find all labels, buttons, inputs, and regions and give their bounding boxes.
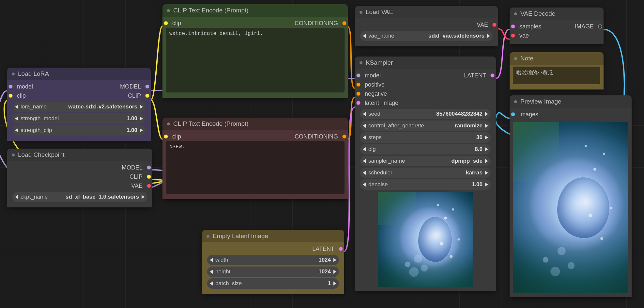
node-note[interactable]: Note (510, 52, 604, 89)
chevron-left-icon[interactable] (363, 124, 366, 128)
node-load-vae[interactable]: Load VAE VAE vae_namesdxl_vae.safetensor… (355, 6, 498, 46)
widget-ckpt-name[interactable]: ckpt_name sd_xl_base_1.0.safetensors (12, 192, 147, 202)
input-clip[interactable]: clip (10, 91, 79, 100)
note-input[interactable] (513, 67, 600, 84)
chevron-left-icon[interactable] (15, 117, 18, 121)
chevron-right-icon[interactable] (140, 117, 143, 121)
collapse-dot-icon[interactable] (514, 57, 517, 60)
widget-sampler-name[interactable]: sampler_namedpmpp_sde (360, 156, 491, 166)
widget-strength-clip[interactable]: strength_clip 1.00 (12, 125, 146, 136)
input-positive[interactable]: positive (358, 80, 425, 89)
chevron-left-icon[interactable] (363, 34, 366, 38)
input-images[interactable]: images (513, 110, 628, 119)
output-image[interactable]: IMAGE (557, 22, 600, 31)
node-title[interactable]: Load Checkpoint (7, 149, 152, 161)
chevron-right-icon[interactable] (485, 124, 488, 128)
node-title[interactable]: Empty Latent Image (202, 230, 344, 242)
collapse-dot-icon[interactable] (207, 235, 209, 238)
node-title[interactable]: VAE Decode (510, 8, 604, 20)
widget-scheduler[interactable]: schedulerkarras (360, 168, 491, 178)
chevron-left-icon[interactable] (363, 171, 366, 175)
chevron-left-icon[interactable] (363, 136, 366, 139)
widget-batch-size[interactable]: batch_size1 (207, 278, 339, 289)
collapse-dot-icon[interactable] (514, 12, 517, 15)
chevron-right-icon[interactable] (333, 282, 336, 285)
chevron-left-icon[interactable] (210, 258, 213, 262)
input-latent-image[interactable]: latent_image (358, 98, 425, 107)
node-load-checkpoint[interactable]: Load Checkpoint MODEL CLIP VAE ckpt_name… (7, 149, 152, 207)
node-empty-latent-image[interactable]: Empty Latent Image LATENT width1024 heig… (202, 230, 344, 294)
widget-seed[interactable]: seed857600448282842 (360, 109, 491, 119)
node-title[interactable]: Note (510, 52, 604, 65)
input-clip[interactable]: clip (166, 132, 255, 141)
collapse-dot-icon[interactable] (12, 154, 15, 156)
input-clip[interactable]: clip (166, 19, 255, 28)
widget-control-after-generate[interactable]: control_after_generaterandomize (360, 121, 491, 131)
input-model[interactable]: model (10, 82, 79, 91)
chevron-right-icon[interactable] (140, 105, 143, 109)
widget-width[interactable]: width1024 (207, 255, 339, 265)
chevron-right-icon[interactable] (485, 159, 488, 163)
input-samples[interactable]: samples (513, 22, 557, 31)
output-conditioning[interactable]: CONDITIONING (255, 19, 345, 28)
chevron-left-icon[interactable] (15, 105, 18, 109)
chevron-right-icon[interactable] (485, 112, 488, 116)
node-clip-text-encode-negative[interactable]: CLIP Text Encode (Prompt) clip CONDITION… (162, 118, 348, 199)
node-title[interactable]: Preview Image (510, 95, 632, 108)
chevron-right-icon[interactable] (333, 258, 336, 262)
output-clip[interactable]: CLIP (79, 91, 147, 100)
chevron-right-icon[interactable] (485, 147, 488, 151)
widget-steps[interactable]: steps30 (360, 132, 491, 143)
node-preview-image[interactable]: Preview Image images (510, 95, 632, 297)
collapse-dot-icon[interactable] (167, 122, 170, 125)
node-title[interactable]: Load LoRA (7, 68, 151, 80)
collapse-dot-icon[interactable] (12, 73, 15, 75)
widget-strength-model[interactable]: strength_model 1.00 (12, 113, 146, 124)
output-conditioning[interactable]: CONDITIONING (255, 132, 345, 141)
chevron-left-icon[interactable] (210, 270, 213, 274)
chevron-left-icon[interactable] (363, 147, 366, 151)
prompt-input[interactable] (166, 141, 345, 194)
output-vae[interactable]: VAE (10, 181, 149, 190)
chevron-right-icon[interactable] (485, 183, 488, 186)
node-clip-text-encode-positive[interactable]: CLIP Text Encode (Prompt) clip CONDITION… (162, 4, 348, 98)
input-model[interactable]: model (358, 71, 425, 80)
chevron-right-icon[interactable] (485, 171, 488, 175)
chevron-left-icon[interactable] (15, 128, 18, 132)
output-latent[interactable]: LATENT (205, 244, 341, 253)
widget-cfg[interactable]: cfg8.0 (360, 144, 491, 154)
node-vae-decode[interactable]: VAE Decode samples vae IMAGE (510, 8, 604, 44)
chevron-right-icon[interactable] (140, 128, 143, 132)
node-title[interactable]: CLIP Text Encode (Prompt) (162, 118, 348, 130)
chevron-right-icon[interactable] (487, 34, 490, 38)
node-ksampler[interactable]: KSampler model positive negative latent_… (355, 57, 496, 291)
widget-lora-name[interactable]: lora_name watce-sdxl-v2.safetensors (12, 102, 146, 112)
widget-vae-name[interactable]: vae_namesdxl_vae.safetensors (360, 31, 493, 41)
node-load-lora[interactable]: Load LoRA model clip MODEL CLIP lora_nam… (7, 68, 151, 141)
prompt-input[interactable] (166, 28, 345, 92)
input-vae[interactable]: vae (513, 31, 557, 40)
chevron-left-icon[interactable] (363, 159, 366, 163)
output-model[interactable]: MODEL (10, 163, 149, 172)
collapse-dot-icon[interactable] (167, 9, 170, 12)
collapse-dot-icon[interactable] (360, 61, 362, 64)
collapse-dot-icon[interactable] (360, 11, 362, 14)
node-title[interactable]: KSampler (355, 57, 496, 69)
widget-height[interactable]: height1024 (207, 267, 339, 277)
widget-denoise[interactable]: denoise1.00 (360, 179, 491, 190)
chevron-left-icon[interactable] (210, 282, 213, 285)
node-title[interactable]: Load VAE (355, 6, 498, 18)
output-clip[interactable]: CLIP (10, 172, 149, 181)
output-model[interactable]: MODEL (79, 82, 147, 91)
chevron-right-icon[interactable] (485, 136, 488, 139)
chevron-left-icon[interactable] (363, 112, 366, 116)
node-title[interactable]: CLIP Text Encode (Prompt) (162, 4, 348, 17)
output-latent[interactable]: LATENT (425, 71, 493, 80)
chevron-left-icon[interactable] (363, 183, 366, 186)
chevron-right-icon[interactable] (142, 195, 145, 199)
collapse-dot-icon[interactable] (514, 100, 517, 103)
chevron-right-icon[interactable] (333, 270, 336, 274)
chevron-left-icon[interactable] (15, 195, 18, 199)
input-negative[interactable]: negative (358, 89, 425, 98)
output-vae[interactable]: VAE (358, 20, 495, 29)
